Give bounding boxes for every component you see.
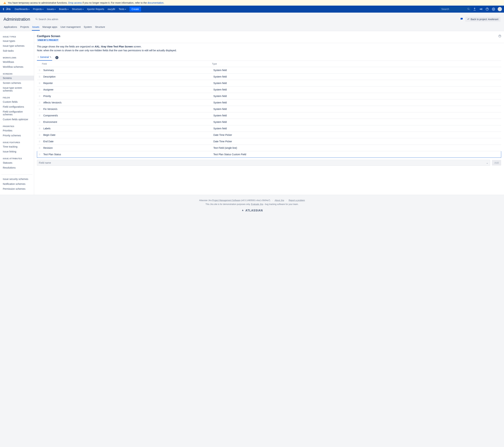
- admin-tab-projects[interactable]: Projects: [20, 24, 30, 31]
- sidebar-item-permission-schemes[interactable]: Permission schemes: [0, 186, 34, 191]
- field-row[interactable]: ☰AssigneeSystem field: [37, 87, 501, 93]
- sidebar-item-issue-linking[interactable]: Issue linking: [0, 149, 34, 154]
- report-problem-link[interactable]: Report a problem: [288, 199, 305, 202]
- user-avatar[interactable]: [498, 7, 502, 11]
- sidebar-item-issue-types[interactable]: Issue types: [0, 38, 34, 43]
- field-row[interactable]: ☰End DateDate Time Picker: [37, 138, 501, 145]
- evaluate-jira-link[interactable]: Evaluate Jira: [251, 203, 263, 205]
- add-field-button[interactable]: Add: [492, 160, 501, 166]
- sidebar-item-custom-fields[interactable]: Custom fields: [0, 99, 34, 104]
- used-by-badge[interactable]: USED BY 1 PROJECT: [37, 39, 59, 41]
- about-jira-link[interactable]: About Jira: [275, 199, 284, 202]
- drag-handle-icon[interactable]: ☰: [37, 80, 42, 87]
- sidebar-item-screens[interactable]: Screens: [0, 76, 34, 81]
- tab-general[interactable]: ⁞⁞ General ✎: [37, 54, 52, 61]
- page-help-icon[interactable]: [498, 35, 501, 38]
- feedback-icon[interactable]: [460, 17, 463, 21]
- admin-tab-manage-apps[interactable]: Manage apps: [42, 24, 58, 31]
- field-row[interactable]: ☰LabelsSystem field: [37, 125, 501, 132]
- admin-tab-applications[interactable]: Applications: [3, 24, 18, 31]
- nav-boards[interactable]: Boards▾: [57, 6, 70, 13]
- field-type-cell: System field: [212, 80, 501, 87]
- chevron-down-icon: ▾: [54, 8, 55, 10]
- drag-handle-icon[interactable]: ☰: [37, 112, 42, 119]
- settings-icon[interactable]: [491, 6, 496, 12]
- sidebar-item-priorities[interactable]: Priorities: [0, 128, 34, 133]
- field-name-cell: Priority: [42, 93, 212, 99]
- create-button[interactable]: Create: [129, 7, 141, 12]
- sidebar-item-priority-schemes[interactable]: Priority schemes: [0, 133, 34, 138]
- admin-tab-system[interactable]: System: [84, 24, 92, 31]
- sidebar-item-screen-schemes[interactable]: Screen schemes: [0, 81, 34, 85]
- admin-tab-structure[interactable]: Structure: [95, 24, 105, 31]
- sidebar-item-notification-schemes[interactable]: Notification schemes: [0, 181, 34, 186]
- field-type-cell: System field: [212, 112, 501, 119]
- back-to-project-button[interactable]: ↶ Back to project: Axelerant: [465, 17, 501, 22]
- field-row[interactable]: ☰Fix Version/sSystem field: [37, 106, 501, 112]
- field-name-cell: Revision: [42, 145, 212, 151]
- field-row[interactable]: ☰Test Plan StatusTest Plan Status Custom…: [37, 151, 501, 158]
- sidebar-item-issue-type-screen-schemes[interactable]: Issue type screen schemes: [0, 85, 34, 93]
- chevron-down-icon: ⌄: [486, 161, 488, 164]
- field-row[interactable]: ☰Begin DateDate Time Picker: [37, 132, 501, 138]
- nav-issues[interactable]: Issues▾: [45, 6, 57, 13]
- sidebar-item-workflows[interactable]: Workflows: [0, 59, 34, 64]
- documentation-link[interactable]: documentation: [147, 1, 164, 4]
- sidebar-item-issue-security-schemes[interactable]: Issue security schemes: [0, 177, 34, 181]
- field-row[interactable]: ☰RevisionText Field (single line): [37, 145, 501, 151]
- sidebar-item-field-configurations[interactable]: Field configurations: [0, 104, 34, 109]
- nav-xporter-reports[interactable]: Xporter Reports: [85, 6, 106, 13]
- field-row[interactable]: ☰Affects Version/sSystem field: [37, 99, 501, 106]
- nav-structure[interactable]: Structure▾: [70, 6, 85, 13]
- field-row[interactable]: ☰SummarySystem field: [37, 67, 501, 73]
- field-name-select[interactable]: Field name ⌄: [37, 160, 490, 166]
- drop-access-link[interactable]: Drop access: [68, 1, 82, 4]
- nav-projects[interactable]: Projects▾: [31, 6, 45, 13]
- announcement-icon[interactable]: [478, 6, 484, 12]
- drag-handle-icon[interactable]: ☰: [37, 151, 42, 158]
- drag-handle-icon[interactable]: ☰: [37, 99, 42, 106]
- sidebar-item-time-tracking[interactable]: Time tracking: [0, 144, 34, 149]
- field-row[interactable]: ☰PrioritySystem field: [37, 93, 501, 99]
- drag-handle-icon[interactable]: ☰: [37, 93, 42, 99]
- sidebar-item-statuses[interactable]: Statuses: [0, 160, 34, 165]
- nav-tests[interactable]: Tests▾: [117, 6, 128, 13]
- admin-tab-user-management[interactable]: User management: [60, 24, 81, 31]
- upload-icon[interactable]: [472, 6, 477, 12]
- nav-eazybi[interactable]: eazyBI: [106, 6, 117, 13]
- sidebar-item-sub-tasks[interactable]: Sub-tasks: [0, 48, 34, 53]
- field-row[interactable]: ☰ReporterSystem field: [37, 80, 501, 87]
- quick-search-input[interactable]: [440, 7, 471, 11]
- drag-handle-icon[interactable]: ☰: [37, 119, 42, 125]
- jira-logo[interactable]: Jira: [2, 8, 11, 11]
- help-icon[interactable]: [485, 6, 490, 12]
- drag-handle-icon[interactable]: ☰: [37, 106, 42, 112]
- sidebar-item-custom-fields-optimizer[interactable]: Custom fields optimizer: [0, 117, 34, 122]
- edit-icon[interactable]: ✎: [50, 56, 52, 58]
- fields-table: Field Type ☰SummarySystem field☰Descript…: [37, 61, 501, 158]
- sidebar-item-resolutions[interactable]: Resolutions: [0, 165, 34, 170]
- pm-software-link[interactable]: Project Management Software: [212, 199, 240, 202]
- drag-handle-icon[interactable]: ☰: [37, 145, 42, 151]
- sidebar-item-workflow-schemes[interactable]: Workflow schemes: [0, 64, 34, 69]
- nav-dashboards[interactable]: Dashboards▾: [13, 6, 31, 13]
- content-area: Configure Screen USED BY 1 PROJECT This …: [34, 31, 504, 195]
- admin-search-link[interactable]: Search Jira admin: [35, 18, 58, 21]
- drag-handle-icon[interactable]: ☰: [37, 87, 42, 93]
- field-row[interactable]: ☰Component/sSystem field: [37, 112, 501, 119]
- drag-handle-icon[interactable]: ☰: [37, 125, 42, 132]
- chevron-down-icon: ▾: [83, 8, 84, 10]
- drag-handle-icon[interactable]: ☰: [37, 132, 42, 138]
- drag-handle-icon[interactable]: ☰: [37, 138, 42, 145]
- sidebar-item-issue-type-schemes[interactable]: Issue type schemes: [0, 43, 34, 48]
- atlassian-logo[interactable]: ATLASSIAN: [3, 209, 501, 213]
- field-row[interactable]: ☰EnvironmentSystem field: [37, 119, 501, 125]
- sidebar-item-field-configuration-schemes[interactable]: Field configuration schemes: [0, 109, 34, 117]
- drag-handle-icon[interactable]: ☰: [37, 67, 42, 73]
- add-tab-button[interactable]: +: [55, 56, 58, 59]
- admin-tab-issues[interactable]: Issues: [32, 24, 39, 31]
- drag-handle-icon[interactable]: ☰: [37, 73, 42, 80]
- field-row[interactable]: ☰DescriptionSystem field: [37, 73, 501, 80]
- field-name-cell: Begin Date: [42, 132, 212, 138]
- sidebar-section-title: ISSUE FEATURES: [0, 140, 34, 144]
